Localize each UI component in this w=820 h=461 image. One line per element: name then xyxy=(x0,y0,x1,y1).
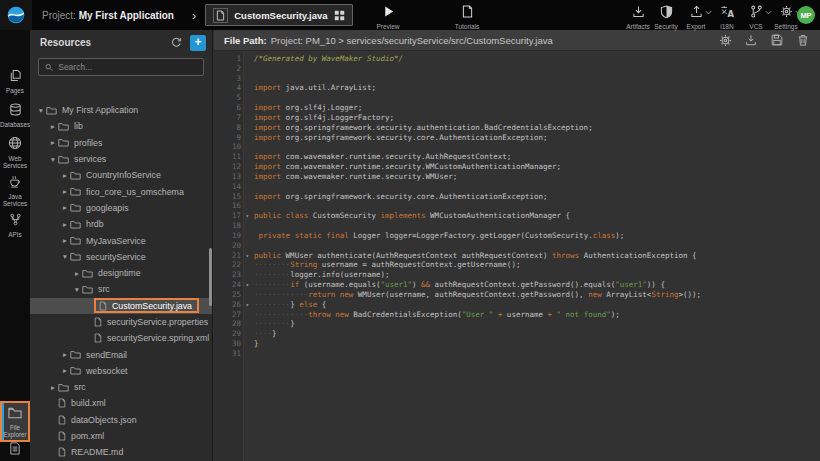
save-file-button[interactable] xyxy=(770,33,784,47)
code-line-16[interactable]: 16 xyxy=(214,201,820,211)
search-input[interactable] xyxy=(58,62,197,72)
search-box[interactable] xyxy=(38,58,204,76)
code-line-7[interactable]: 7import org.slf4j.LoggerFactory; xyxy=(214,113,820,123)
code-line-8[interactable]: 8import org.springframework.security.aut… xyxy=(214,123,820,133)
tree-folder-hrdb[interactable]: ▸hrdb xyxy=(30,216,212,232)
rail-item-java-services[interactable]: Java Services xyxy=(0,172,30,209)
tree-folder-src[interactable]: ▸src xyxy=(30,379,212,395)
expand-arrow-icon[interactable]: ▸ xyxy=(48,383,58,392)
tree-folder-designtime[interactable]: ▸designtime xyxy=(30,265,212,281)
wavemaker-logo[interactable] xyxy=(0,0,32,30)
collapse-arrow-icon[interactable]: ▾ xyxy=(36,106,46,115)
grid-icon[interactable] xyxy=(334,10,345,21)
panel-scrollbar[interactable] xyxy=(209,248,212,306)
fold-arrow-icon[interactable]: ▾ xyxy=(245,211,249,221)
tree-folder-countryinfoservice[interactable]: ▸CountryInfoService xyxy=(30,167,212,183)
tree-folder-lib[interactable]: ▸lib xyxy=(30,118,212,134)
expand-arrow-icon[interactable]: ▸ xyxy=(60,350,70,359)
refresh-button[interactable] xyxy=(168,35,184,51)
tree-folder-websocket[interactable]: ▸websocket xyxy=(30,363,212,379)
tree-folder-profiles[interactable]: ▸profiles xyxy=(30,135,212,151)
tree-folder-sendemail[interactable]: ▸sendEmail xyxy=(30,346,212,362)
tree-folder-myjavaservice[interactable]: ▸MyJavaService xyxy=(30,232,212,248)
expand-arrow-icon[interactable]: ▸ xyxy=(60,187,70,196)
folder-icon xyxy=(70,366,81,375)
code-line-2[interactable]: 2 xyxy=(214,64,820,74)
tree-file-dataobjects-json[interactable]: dataObjects.json xyxy=(30,412,212,428)
tree-folder-services[interactable]: ▾services xyxy=(30,151,212,167)
project-name[interactable]: My First Application xyxy=(79,10,174,21)
code-line-14[interactable]: 14 xyxy=(214,182,820,192)
tree-folder-my-first-application[interactable]: ▾My First Application xyxy=(30,102,212,118)
tree-file-securityservice-properties[interactable]: securityService.properties xyxy=(30,314,212,330)
preview-button[interactable]: Preview xyxy=(362,4,414,30)
code-line-15[interactable]: 15import org.springframework.security.co… xyxy=(214,192,820,202)
code-line-22[interactable]: 22········String username = authRequestC… xyxy=(214,260,820,270)
user-avatar[interactable]: MP xyxy=(797,6,815,24)
expand-arrow-icon[interactable]: ▸ xyxy=(48,138,58,147)
rail-item-file-explorer[interactable]: File Explorer xyxy=(0,401,30,442)
line-number: 27 xyxy=(214,310,244,320)
tree-file-build-xml[interactable]: build.xml xyxy=(30,395,212,411)
tab-customsecurity-java[interactable]: CustomSecurity.java xyxy=(205,4,352,26)
code-line-5[interactable]: 5 xyxy=(214,93,820,103)
code-line-26[interactable]: 26▾········} else { xyxy=(214,300,820,310)
rail-item-logs[interactable]: Logs xyxy=(0,439,30,461)
expand-arrow-icon[interactable]: ▸ xyxy=(60,171,70,180)
code-line-3[interactable]: 3 xyxy=(214,74,820,84)
code-line-27[interactable]: 27············throw new BadCredentialsEx… xyxy=(214,310,820,320)
expand-arrow-icon[interactable]: ▸ xyxy=(60,366,70,375)
expand-arrow-icon[interactable]: ▸ xyxy=(60,203,70,212)
add-resource-button[interactable]: + xyxy=(190,35,206,51)
expand-arrow-icon[interactable]: ▸ xyxy=(48,122,58,131)
code-line-12[interactable]: 12import com.wavemaker.runtime.security.… xyxy=(214,162,820,172)
code-line-31[interactable]: 31 xyxy=(214,349,820,359)
code-line-18[interactable]: 18 xyxy=(214,221,820,231)
download-file-button[interactable] xyxy=(744,33,758,47)
code-line-21[interactable]: 21▾public WMUser authenticate(AuthReques… xyxy=(214,251,820,261)
code-line-25[interactable]: 25············return new WMUser(username… xyxy=(214,290,820,300)
tree-file-securityservice-spring-xml[interactable]: securityService.spring.xml xyxy=(30,330,212,346)
code-line-23[interactable]: 23········logger.info(username); xyxy=(214,270,820,280)
expand-arrow-icon[interactable]: ▸ xyxy=(60,220,70,229)
code-line-9[interactable]: 9import org.springframework.security.cor… xyxy=(214,133,820,143)
expand-arrow-icon[interactable]: ▸ xyxy=(60,236,70,245)
tree-folder-googleapis[interactable]: ▸googleapis xyxy=(30,200,212,216)
rail-item-databases[interactable]: Databases xyxy=(0,100,30,130)
code-line-24[interactable]: 24▾········if (username.equals("user1") … xyxy=(214,280,820,290)
code-line-17[interactable]: 17▾public class CustomSecurity implement… xyxy=(214,211,820,221)
fold-arrow-icon[interactable]: ▾ xyxy=(245,300,249,310)
code-line-29[interactable]: 29····} xyxy=(214,329,820,339)
code-line-19[interactable]: 19 private static final Logger logger=Lo… xyxy=(214,231,820,241)
tree-file-pom-xml[interactable]: pom.xml xyxy=(30,428,212,444)
editor-settings-button[interactable] xyxy=(718,33,732,47)
tree-item-label: build.xml xyxy=(71,398,106,408)
code-line-20[interactable]: 20 xyxy=(214,241,820,251)
code-line-30[interactable]: 30} xyxy=(214,339,820,349)
code-line-28[interactable]: 28········} xyxy=(214,319,820,329)
code-line-1[interactable]: 1/*Generated by WaveMaker Studio*/ xyxy=(214,54,820,64)
tree-folder-src[interactable]: ▾src xyxy=(30,281,212,297)
tree-file-customsecurity-java[interactable]: CustomSecurity.java xyxy=(30,298,212,314)
code-area[interactable]: 1/*Generated by WaveMaker Studio*/2 3 4i… xyxy=(214,51,820,461)
fold-arrow-icon[interactable]: ▾ xyxy=(245,280,249,290)
code-line-6[interactable]: 6import org.slf4j.Logger; xyxy=(214,103,820,113)
tutorials-button[interactable]: Tutorials xyxy=(441,4,493,30)
code-line-4[interactable]: 4import java.util.ArrayList; xyxy=(214,83,820,93)
code-line-11[interactable]: 11import com.wavemaker.runtime.security.… xyxy=(214,152,820,162)
collapse-arrow-icon[interactable]: ▾ xyxy=(48,155,58,164)
code-line-10[interactable]: 10 xyxy=(214,142,820,152)
collapse-arrow-icon[interactable]: ▾ xyxy=(72,285,82,294)
delete-file-button[interactable] xyxy=(796,33,810,47)
fold-arrow-icon[interactable]: ▾ xyxy=(245,251,249,261)
tree-folder-fico-core-us-omschema[interactable]: ▸fico_core_us_omschema xyxy=(30,183,212,199)
rail-item-pages[interactable]: Pages xyxy=(0,66,30,96)
rail-item-web-services[interactable]: Web Services xyxy=(0,134,30,171)
code-line-13[interactable]: 13import com.wavemaker.runtime.security.… xyxy=(214,172,820,182)
code-text: ········} else { xyxy=(244,300,326,310)
rail-item-apis[interactable]: APIs xyxy=(0,210,30,240)
tree-folder-securityservice[interactable]: ▾securityService xyxy=(30,249,212,265)
expand-arrow-icon[interactable]: ▸ xyxy=(72,269,82,278)
collapse-arrow-icon[interactable]: ▾ xyxy=(60,252,70,261)
tree-file-readme-md[interactable]: README.md xyxy=(30,444,212,460)
